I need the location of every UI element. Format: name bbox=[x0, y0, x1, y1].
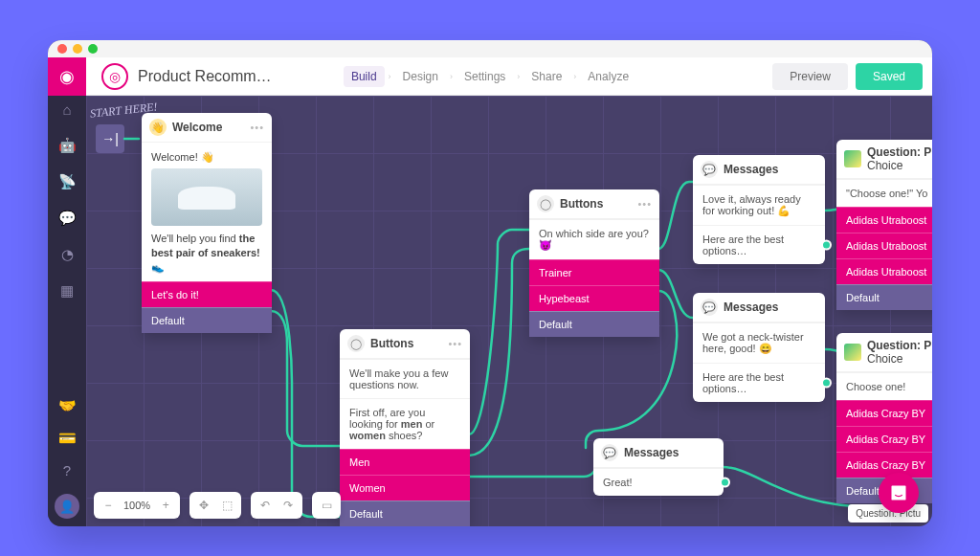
welcome-line2: We'll help you find the best pair of sne… bbox=[151, 232, 262, 275]
intercom-icon bbox=[889, 483, 908, 502]
tab-build[interactable]: Build bbox=[344, 66, 385, 87]
card-menu-button[interactable]: ••• bbox=[637, 198, 652, 210]
node-messages-2[interactable]: 💬 Messages We got a neck-twister here, g… bbox=[693, 293, 825, 402]
card-title: Messages bbox=[724, 300, 817, 314]
select-button[interactable]: ⬚ bbox=[215, 495, 238, 516]
card-menu-button[interactable]: ••• bbox=[250, 122, 264, 133]
q-prompt: Choose one! bbox=[836, 372, 932, 400]
apps-icon[interactable]: ▦ bbox=[56, 282, 78, 300]
chat-icon[interactable]: 💬 bbox=[56, 210, 78, 227]
tab-analyze[interactable]: Analyze bbox=[580, 66, 636, 87]
msg2: Here are the best options… bbox=[693, 225, 825, 264]
node-buttons-2[interactable]: ◯ Buttons ••• On which side are you? 😈 T… bbox=[529, 189, 659, 337]
option-trainer[interactable]: Trainer bbox=[529, 259, 659, 285]
port[interactable] bbox=[821, 240, 832, 251]
option-default[interactable]: Default bbox=[340, 500, 470, 526]
redo-button[interactable]: ↷ bbox=[277, 495, 300, 516]
msg2: First off, are you looking for men or wo… bbox=[340, 398, 470, 449]
card-header: ◯ Buttons ••• bbox=[529, 189, 659, 219]
card-body: Welcome! 👋 We'll help you find the best … bbox=[142, 143, 272, 281]
minimap-button[interactable]: ▭ bbox=[315, 495, 338, 516]
window-minimize-icon[interactable] bbox=[73, 44, 82, 54]
card-header: 👋 Welcome ••• bbox=[142, 113, 272, 143]
option-hypebeast[interactable]: Hypebeast bbox=[529, 285, 659, 311]
option-men[interactable]: Men bbox=[340, 449, 470, 475]
home-icon[interactable]: ⌂ bbox=[56, 101, 78, 118]
chevron-icon: › bbox=[450, 72, 453, 81]
window-close-icon[interactable] bbox=[57, 44, 67, 54]
pan-button[interactable]: ✥ bbox=[192, 495, 215, 516]
analytics-icon[interactable]: ◔ bbox=[56, 246, 78, 263]
option-default[interactable]: Default bbox=[836, 284, 932, 310]
option-women[interactable]: Women bbox=[340, 475, 470, 500]
brand-icon: ◉ bbox=[59, 66, 75, 87]
card-header: Question: PicturChoice bbox=[836, 140, 932, 179]
broadcast-icon[interactable]: 📡 bbox=[56, 173, 78, 190]
card-menu-button[interactable]: ••• bbox=[448, 338, 462, 349]
buttons-icon: ◯ bbox=[537, 195, 554, 212]
card-title: Question: PicturChoice bbox=[867, 145, 932, 172]
start-node[interactable]: →| bbox=[96, 124, 124, 153]
help-icon[interactable]: ? bbox=[56, 462, 78, 478]
port[interactable] bbox=[821, 378, 832, 389]
chevron-icon: › bbox=[389, 72, 391, 81]
card-header: 💬 Messages bbox=[693, 293, 825, 322]
messages-icon: 💬 bbox=[701, 161, 718, 178]
canvas[interactable]: START HERE! →| 👋 Welcome ••• Welcome bbox=[86, 96, 932, 526]
option-lets-do-it[interactable]: Let's do it! bbox=[142, 281, 272, 307]
msg1: We'll make you a few questions now. bbox=[340, 359, 470, 398]
sidebar: ⌂ 🤖 📡 💬 ◔ ▦ 🤝 💳 ? 👤 bbox=[48, 96, 86, 526]
node-welcome[interactable]: 👋 Welcome ••• Welcome! 👋 We'll help you … bbox=[142, 113, 272, 333]
option-default[interactable]: Default bbox=[529, 311, 659, 337]
option-adidas-3[interactable]: Adidas Utraboost bbox=[836, 258, 932, 284]
messages-icon: 💬 bbox=[701, 299, 718, 316]
card-title: Buttons bbox=[560, 197, 632, 211]
card-title: Buttons bbox=[370, 337, 442, 350]
node-question-1[interactable]: Question: PicturChoice "Choose one!" Yo … bbox=[836, 140, 932, 310]
bottom-toolbar: − 100% + ✥ ⬚ ↶ ↷ ▭ bbox=[94, 492, 341, 519]
buttons-icon: ◯ bbox=[347, 335, 365, 352]
undo-button[interactable]: ↶ bbox=[254, 495, 277, 516]
card-header: 💬 Messages bbox=[693, 155, 825, 185]
option-crazy-3[interactable]: Adidas Crazy BY bbox=[836, 452, 932, 478]
node-messages-1[interactable]: 💬 Messages Love it, always ready for wor… bbox=[693, 155, 825, 264]
option-crazy-2[interactable]: Adidas Crazy BY bbox=[836, 426, 932, 452]
window-maximize-icon[interactable] bbox=[88, 44, 98, 54]
option-crazy-1[interactable]: Adidas Crazy BY bbox=[836, 400, 932, 426]
port[interactable] bbox=[720, 478, 730, 488]
tab-design[interactable]: Design bbox=[395, 66, 446, 87]
flow-name[interactable]: Product Recomm… bbox=[138, 68, 272, 85]
chevron-icon: › bbox=[517, 72, 520, 81]
nav-group: ✥ ⬚ bbox=[189, 492, 241, 519]
picture-icon bbox=[844, 150, 861, 167]
tab-share[interactable]: Share bbox=[523, 66, 569, 87]
tabs: Build› Design› Settings› Share› Analyze bbox=[344, 66, 636, 87]
user-avatar[interactable]: 👤 bbox=[55, 494, 79, 519]
zoom-out-button[interactable]: − bbox=[97, 495, 120, 516]
option-default[interactable]: Default bbox=[142, 307, 272, 333]
intercom-button[interactable] bbox=[879, 473, 919, 513]
bot-avatar-icon[interactable]: ◎ bbox=[101, 63, 128, 90]
option-adidas-1[interactable]: Adidas Utraboost bbox=[836, 207, 932, 233]
handshake-icon[interactable]: 🤝 bbox=[56, 397, 78, 414]
history-group: ↶ ↷ bbox=[251, 492, 302, 519]
option-adidas-2[interactable]: Adidas Utraboost bbox=[836, 233, 932, 258]
node-messages-3[interactable]: 💬 Messages Great! bbox=[593, 438, 724, 496]
card-header: 💬 Messages bbox=[593, 438, 724, 468]
zoom-group: − 100% + bbox=[94, 492, 180, 519]
node-buttons-1[interactable]: ◯ Buttons ••• We'll make you a few quest… bbox=[340, 329, 470, 526]
saved-button[interactable]: Saved bbox=[856, 63, 923, 90]
card-icon[interactable]: 💳 bbox=[56, 430, 78, 447]
bot-icon[interactable]: 🤖 bbox=[56, 137, 78, 154]
msg2: Here are the best options… bbox=[693, 363, 825, 402]
tab-settings[interactable]: Settings bbox=[457, 66, 513, 87]
zoom-in-button[interactable]: + bbox=[154, 495, 177, 516]
picture-icon bbox=[844, 344, 861, 361]
preview-button[interactable]: Preview bbox=[772, 63, 848, 90]
card-title: Messages bbox=[624, 446, 716, 459]
minimap-group: ▭ bbox=[312, 492, 341, 519]
welcome-line1: Welcome! 👋 bbox=[151, 150, 262, 165]
card-header: ◯ Buttons ••• bbox=[340, 329, 470, 359]
brand-logo[interactable]: ◉ bbox=[48, 57, 86, 96]
card-header: Question: PictuChoice bbox=[836, 333, 932, 372]
